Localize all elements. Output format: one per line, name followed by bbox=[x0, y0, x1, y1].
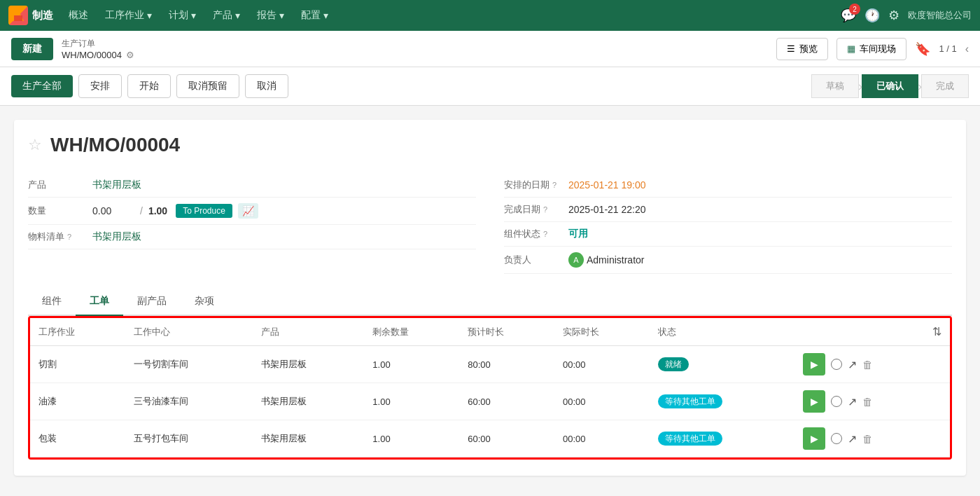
col-header-status: 状态 bbox=[650, 318, 794, 346]
deadline-row: 完成日期 ? 2025-01-21 22:20 bbox=[504, 198, 952, 222]
chart-icon[interactable]: 📈 bbox=[238, 203, 258, 219]
main-content: ☆ WH/MO/00004 产品 书架用层板 数量 / 1.00 To Prod… bbox=[0, 106, 980, 496]
col-header-remaining: 剩余数量 bbox=[364, 318, 459, 346]
col-header-workcenter: 工作中心 bbox=[125, 318, 253, 346]
cell-remaining-2: 1.00 bbox=[364, 383, 459, 420]
product-field-row: 产品 书架用层板 bbox=[28, 173, 476, 198]
cell-actual-2: 00:00 bbox=[554, 383, 650, 420]
cell-status-3: 等待其他工单 bbox=[650, 420, 794, 457]
tabs-row: 组件 工单 副产品 杂项 bbox=[28, 288, 952, 316]
delete-button-2[interactable]: 🗑 bbox=[862, 396, 873, 408]
nav-config[interactable]: 配置 ▾ bbox=[294, 5, 335, 26]
cancel-reserve-button[interactable]: 取消预留 bbox=[176, 74, 239, 98]
breadcrumb-current: WH/MO/00004 bbox=[62, 50, 122, 60]
chevron-down-icon: ▾ bbox=[235, 10, 240, 21]
nav-reports[interactable]: 报告 ▾ bbox=[250, 5, 291, 26]
tab-byproducts[interactable]: 副产品 bbox=[123, 288, 181, 316]
scheduled-date-row: 安排的日期 ? 2025-01-21 19:00 bbox=[504, 173, 952, 198]
pagination: 1 / 1 bbox=[939, 43, 956, 54]
tab-misc[interactable]: 杂项 bbox=[181, 288, 228, 316]
prev-record-button[interactable]: ‹ bbox=[965, 43, 969, 55]
scheduled-date-value[interactable]: 2025-01-21 19:00 bbox=[568, 179, 646, 191]
favorite-icon[interactable]: ☆ bbox=[28, 136, 42, 154]
bom-field-row: 物料清单 ? 书架用层板 bbox=[28, 225, 476, 249]
cell-actions-1: ▶ ↗ 🗑 bbox=[794, 346, 950, 383]
col-header-planned: 预计时长 bbox=[459, 318, 554, 346]
component-status-value[interactable]: 可用 bbox=[568, 228, 588, 240]
status-badge-waiting-1[interactable]: 等待其他工单 bbox=[658, 394, 722, 408]
to-produce-button[interactable]: To Produce bbox=[176, 204, 232, 218]
record-gear-icon[interactable]: ⚙ bbox=[126, 50, 134, 60]
table-row: 油漆 三号油漆车间 书架用层板 1.00 60:00 00:00 等待其他工单 bbox=[30, 383, 950, 420]
admin-avatar: A bbox=[568, 252, 584, 268]
action-bar: 生产全部 安排 开始 取消预留 取消 草稿 › 已确认 › 完成 bbox=[0, 67, 980, 106]
col-header-product: 产品 bbox=[253, 318, 364, 346]
quantity-input[interactable] bbox=[92, 205, 134, 216]
play-button-2[interactable]: ▶ bbox=[803, 390, 825, 413]
quantity-row: / 1.00 To Produce 📈 bbox=[92, 203, 258, 219]
status-badge-waiting-2[interactable]: 等待其他工单 bbox=[658, 432, 722, 446]
status-badge-ready[interactable]: 就绪 bbox=[658, 357, 689, 371]
bom-label: 物料清单 ? bbox=[28, 230, 84, 243]
form-title-row: ☆ WH/MO/00004 bbox=[28, 134, 952, 156]
arrange-button[interactable]: 安排 bbox=[78, 74, 122, 98]
bom-question[interactable]: ? bbox=[67, 233, 71, 241]
component-status-question[interactable]: ? bbox=[543, 230, 547, 238]
produce-all-button[interactable]: 生产全部 bbox=[11, 75, 73, 97]
bookmark-icon[interactable]: 🔖 bbox=[915, 41, 930, 57]
cell-actual-1: 00:00 bbox=[554, 346, 650, 383]
status-stepper: 草稿 › 已确认 › 完成 bbox=[811, 74, 969, 98]
cancel-button[interactable]: 取消 bbox=[245, 74, 288, 98]
workshop-button[interactable]: ▦ 车间现场 bbox=[836, 38, 906, 60]
form-fields: 产品 书架用层板 数量 / 1.00 To Produce 📈 物料清单 bbox=[28, 173, 952, 274]
tab-components[interactable]: 组件 bbox=[28, 288, 76, 316]
scheduled-date-question[interactable]: ? bbox=[552, 181, 556, 189]
start-button[interactable]: 开始 bbox=[127, 74, 171, 98]
messages-button[interactable]: 💬 2 bbox=[841, 8, 856, 23]
product-value[interactable]: 书架用层板 bbox=[92, 179, 141, 191]
delete-button-3[interactable]: 🗑 bbox=[862, 433, 873, 445]
company-name: 欧度智能总公司 bbox=[908, 9, 972, 22]
radio-1[interactable] bbox=[831, 359, 842, 370]
deadline-label: 完成日期 ? bbox=[504, 203, 560, 216]
message-badge: 2 bbox=[849, 4, 860, 15]
new-button[interactable]: 新建 bbox=[11, 38, 53, 60]
play-button-3[interactable]: ▶ bbox=[803, 427, 825, 450]
cell-operation-3: 包装 bbox=[30, 420, 125, 457]
scheduled-date-label: 安排的日期 ? bbox=[504, 179, 560, 191]
bom-value[interactable]: 书架用层板 bbox=[92, 230, 141, 243]
nav-operations[interactable]: 工序作业 ▾ bbox=[98, 5, 159, 26]
cell-operation-1: 切割 bbox=[30, 346, 125, 383]
radio-2[interactable] bbox=[831, 396, 842, 407]
tab-workorders[interactable]: 工单 bbox=[76, 288, 123, 316]
clock-icon[interactable]: 🕐 bbox=[864, 8, 880, 23]
external-link-2[interactable]: ↗ bbox=[848, 395, 857, 408]
quantity-target: 1.00 bbox=[148, 205, 167, 216]
workshop-icon: ▦ bbox=[847, 43, 855, 54]
cell-workcenter-1: 一号切割车间 bbox=[125, 346, 253, 383]
breadcrumb: 生产订单 WH/MO/00004 ⚙ bbox=[62, 38, 134, 60]
status-done: 完成 bbox=[921, 74, 969, 98]
app-logo[interactable]: 制造 bbox=[8, 6, 53, 25]
nav-planning[interactable]: 计划 ▾ bbox=[162, 5, 203, 26]
chevron-down-icon: ▾ bbox=[279, 10, 284, 21]
external-link-1[interactable]: ↗ bbox=[848, 358, 857, 371]
cell-planned-2: 60:00 bbox=[459, 383, 554, 420]
nav-overview[interactable]: 概述 bbox=[62, 5, 95, 26]
chevron-down-icon: ▾ bbox=[147, 10, 152, 21]
external-link-3[interactable]: ↗ bbox=[848, 432, 857, 446]
breadcrumb-parent: 生产订单 bbox=[62, 38, 134, 50]
logo-icon bbox=[8, 6, 28, 25]
play-button-1[interactable]: ▶ bbox=[803, 353, 825, 376]
delete-button-1[interactable]: 🗑 bbox=[862, 359, 873, 371]
deadline-question[interactable]: ? bbox=[543, 205, 547, 214]
top-navigation: 制造 概述 工序作业 ▾ 计划 ▾ 产品 ▾ 报告 ▾ 配置 ▾ 💬 2 🕐 ⚙… bbox=[0, 0, 980, 31]
quantity-label: 数量 bbox=[28, 205, 84, 217]
radio-3[interactable] bbox=[831, 433, 842, 444]
cell-status-1: 就绪 bbox=[650, 346, 794, 383]
preview-button[interactable]: ☰ 预览 bbox=[776, 38, 828, 60]
col-sort-icon[interactable]: ⇅ bbox=[932, 326, 941, 338]
nav-products[interactable]: 产品 ▾ bbox=[206, 5, 247, 26]
qty-divider: / bbox=[140, 205, 143, 216]
settings-icon[interactable]: ⚙ bbox=[888, 8, 899, 23]
